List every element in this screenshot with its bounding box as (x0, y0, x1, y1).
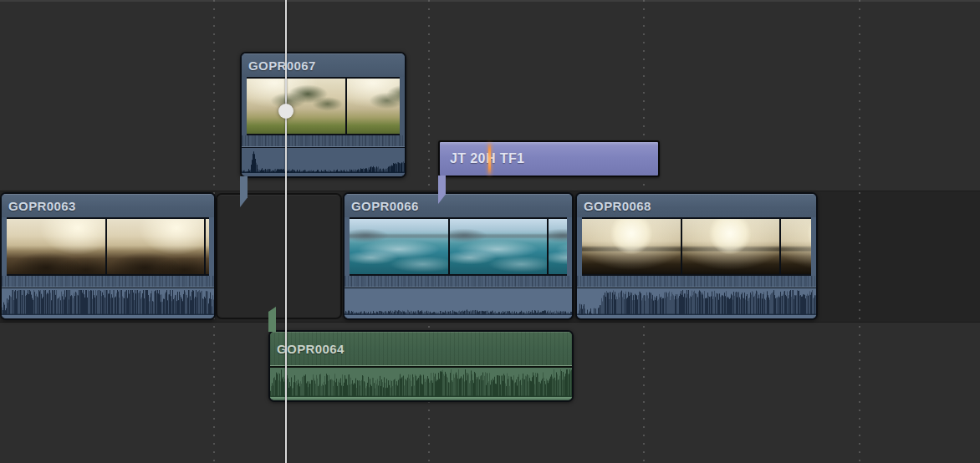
fcpx-timeline: GOPR0063 GOPR0066 GOPR0068 (0, 0, 980, 463)
clip-label: GOPR0067 (248, 59, 316, 73)
audio-waveform (2, 288, 214, 318)
filmstrip-thumbnails (247, 77, 400, 135)
waveform-ghost (577, 276, 816, 287)
timeline-gridline (859, 0, 860, 463)
filmstrip-thumbnails (7, 217, 209, 276)
frame-divider (779, 219, 781, 274)
audio-waveform (270, 368, 572, 400)
clip-label: GOPR0063 (8, 199, 76, 213)
waveform-ghost (242, 135, 405, 146)
clip-gopr0063[interactable]: GOPR0063 (0, 192, 216, 320)
frame-divider (345, 79, 347, 134)
marker-orange-line (488, 143, 491, 175)
clip-gopr0066[interactable]: GOPR0066 (343, 192, 574, 320)
frame-divider (681, 219, 682, 274)
gap-clip[interactable] (216, 193, 342, 319)
clip-label: GOPR0068 (584, 199, 651, 213)
clip-gopr0064[interactable]: GOPR0064 (268, 330, 574, 402)
clip-title-jt20h-tf1[interactable]: JT 20H TF1 (438, 140, 660, 177)
clip-header: GOPR0067 (242, 53, 405, 77)
title-clip-label: JT 20H TF1 (450, 151, 524, 166)
clip-gopr0068[interactable]: GOPR0068 (575, 192, 818, 320)
audio-waveform (242, 148, 405, 176)
clip-header: GOPR0068 (577, 194, 816, 217)
waveform-ghost (345, 276, 572, 287)
audio-waveform (577, 288, 816, 318)
waveform-ghost (2, 276, 214, 287)
clip-label: GOPR0066 (351, 199, 419, 213)
frame-divider (448, 219, 450, 274)
playhead-handle-dot[interactable] (278, 104, 293, 119)
filmstrip-thumbnails (350, 217, 567, 276)
filmstrip-thumbnails (582, 217, 811, 276)
playhead[interactable] (285, 0, 287, 463)
clip-header: GOPR0066 (345, 194, 572, 217)
clip-header: GOPR0064 (270, 332, 572, 365)
frame-divider (204, 219, 206, 274)
clip-label: GOPR0064 (277, 342, 345, 356)
frame-divider (105, 219, 107, 274)
audio-waveform (345, 288, 572, 318)
ruler-bottom-edge (0, 0, 980, 2)
clip-header: GOPR0063 (2, 194, 214, 217)
frame-divider (547, 219, 549, 274)
clip-gopr0067[interactable]: GOPR0067 (240, 52, 406, 178)
